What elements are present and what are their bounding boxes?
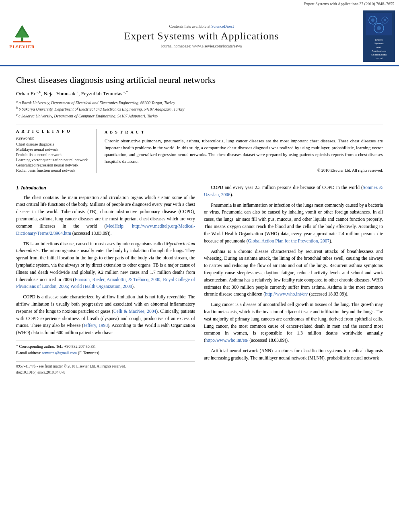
sciencedirect-line: Contents lists available at ScienceDirec… xyxy=(44,24,359,29)
body-left-column: 1. Introduction The chest contains the m… xyxy=(16,184,195,375)
medhelp-link[interactable]: MedHelp: http://www.medhelp.org/Medical-… xyxy=(16,224,195,236)
right-para-2: Pneumonia is an inflammation or infectio… xyxy=(204,202,383,245)
cover-text: ExpertSystemswithApplicationsAn Internat… xyxy=(364,38,393,60)
sciencedirect-link[interactable]: ScienceDirect xyxy=(211,24,234,29)
journal-header: ELSEVIER Contents lists available at Sci… xyxy=(0,7,399,66)
footnote-email: E-mail address: temurtas@gmail.com (F. T… xyxy=(16,350,195,356)
footnote-area: * Corresponding author. Tel.: +90 532 20… xyxy=(16,341,195,356)
jeffery-link[interactable]: Jeffery, 1998 xyxy=(84,323,108,328)
body-right-column: COPD and every year 2.3 million persons … xyxy=(204,184,383,375)
elsevier-brand-text: ELSEVIER xyxy=(9,44,35,49)
enarson-link[interactable]: Enarson, Rieder, Arnadottir, & Trébucq, … xyxy=(16,277,195,289)
celli-link[interactable]: Celli & MacNee, 2004 xyxy=(113,309,156,314)
right-para-4: Lung cancer is a disease of uncontrolled… xyxy=(204,301,383,344)
global-action-link[interactable]: Global Action Plan for the Prevention, 2… xyxy=(248,238,330,243)
author-sup-a2: a,* xyxy=(123,90,128,94)
bottom-journal-info: 0957-4174/$ - see front matter © 2010 El… xyxy=(16,362,195,375)
elsevier-tree-icon xyxy=(10,23,34,43)
author-sup-c: c xyxy=(77,90,78,94)
article-info-title: A R T I C L E I N F O xyxy=(16,129,90,134)
left-para-1: The chest contains the main respiration … xyxy=(16,194,195,237)
abstract-text: Chronic obstructive pulmonary, pneumonia… xyxy=(105,138,383,165)
svg-rect-3 xyxy=(13,41,31,43)
journal-citation: Expert Systems with Applications 37 (201… xyxy=(304,2,394,6)
copyright-line: © 2010 Elsevier Ltd. All rights reserved… xyxy=(105,167,383,173)
who-link-asthma[interactable]: http://www.who.int/en/ xyxy=(265,292,308,296)
left-para-2: TB is an infectious disease, caused in m… xyxy=(16,240,195,291)
info-abstract-section: A R T I C L E I N F O Keywords: Chest di… xyxy=(16,129,383,173)
sonmez-link[interactable]: Sönmez & Uzaslan, 2006 xyxy=(204,185,383,197)
section1-heading: 1. Introduction xyxy=(16,184,195,192)
journal-center: Contents lists available at ScienceDirec… xyxy=(44,24,359,48)
top-bar: Expert Systems with Applications 37 (201… xyxy=(0,0,399,7)
keyword-5: Generalized regression neural network xyxy=(16,163,90,167)
journal-title: Expert Systems with Applications xyxy=(44,30,359,42)
svg-point-9 xyxy=(371,18,374,22)
keyword-3: Probabilistic neural network xyxy=(16,152,90,157)
abstract-title: A B S T R A C T xyxy=(105,129,383,135)
journal-doi: doi:10.1016/j.eswa.2010.04.078 xyxy=(16,370,195,376)
authors-line: Orhan Er a,b, Nejat Yumusak c, Feyzullah… xyxy=(16,90,383,97)
body-columns: 1. Introduction The chest contains the m… xyxy=(16,184,383,375)
abstract-body-divider xyxy=(16,180,383,180)
journal-issn: 0957-4174/$ - see front matter © 2010 El… xyxy=(16,364,195,370)
abstract-panel: A B S T R A C T Chronic obstructive pulm… xyxy=(105,129,383,173)
right-para-3: Asthma is a chronic disease characterize… xyxy=(204,248,383,298)
svg-point-11 xyxy=(377,26,381,30)
elsevier-logo: ELSEVIER xyxy=(4,23,40,49)
keyword-2: Multilayer neural network xyxy=(16,147,90,152)
journal-homepage: journal homepage: www.elsevier.com/locat… xyxy=(44,44,359,48)
author-sup-a: a,b xyxy=(37,90,41,94)
main-content: Chest diseases diagnosis using artificia… xyxy=(0,66,399,388)
keywords-label: Keywords: xyxy=(16,136,90,140)
email-link[interactable]: temurtas@gmail.com xyxy=(42,351,77,355)
keyword-4: Learning vector quantization neural netw… xyxy=(16,158,90,162)
right-para-1: COPD and every year 2.3 million persons … xyxy=(204,184,383,199)
article-title: Chest diseases diagnosis using artificia… xyxy=(16,74,383,86)
keyword-6: Radial basis function neural network xyxy=(16,168,90,173)
header-divider xyxy=(16,125,383,125)
svg-rect-5 xyxy=(366,13,392,35)
who-link-cancer[interactable]: http://www.who.int/en/ xyxy=(206,338,249,343)
footnote-star: * Corresponding author. Tel.: +90 532 20… xyxy=(16,343,195,350)
svg-point-10 xyxy=(384,19,386,21)
journal-cover: ExpertSystemswithApplicationsAn Internat… xyxy=(363,10,395,62)
left-para-3: COPD is a disease state characterized by… xyxy=(16,294,195,337)
affiliations: a a Bozok University, Department of Elec… xyxy=(16,99,383,119)
article-info-panel: A R T I C L E I N F O Keywords: Chest di… xyxy=(16,129,97,173)
cover-image-icon xyxy=(365,12,393,36)
right-para-5: Artificial neural network (ANN) structur… xyxy=(204,347,383,362)
keyword-1: Chest disease diagnosis xyxy=(16,142,90,146)
